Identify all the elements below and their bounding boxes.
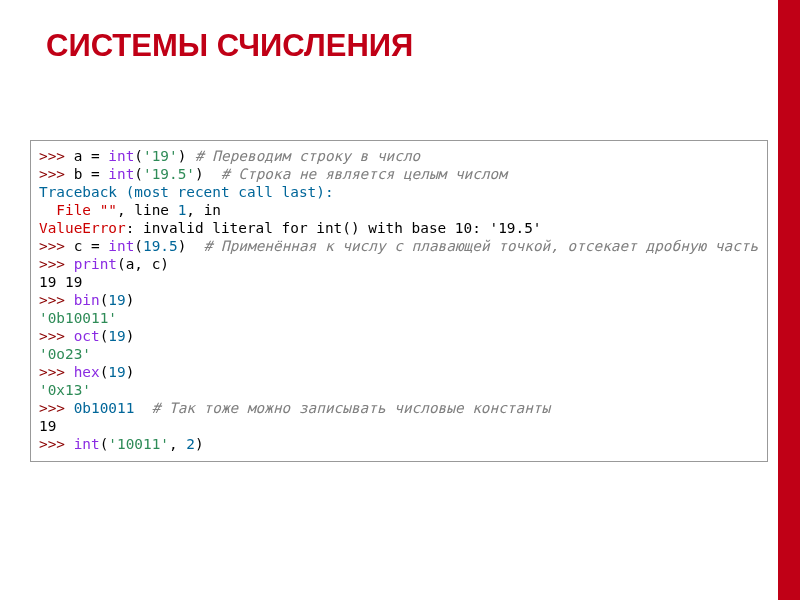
- traceback-lineno: 1: [178, 202, 187, 218]
- comment: # Так тоже можно записывать числовые кон…: [152, 400, 551, 416]
- paren: (: [134, 148, 143, 164]
- comment: # Применённая к числу с плавающей точкой…: [204, 238, 759, 254]
- traceback-file: File "": [39, 202, 117, 218]
- code-block: >>> a = int('19') # Переводим строку в ч…: [30, 140, 768, 462]
- prompt: >>>: [39, 148, 74, 164]
- traceback-line: , line: [117, 202, 178, 218]
- sep: ,: [134, 256, 151, 272]
- paren: ): [178, 238, 204, 254]
- slide: СИСТЕМЫ СЧИСЛЕНИЯ >>> a = int('19') # Пе…: [0, 0, 800, 600]
- comment: # Переводим строку в число: [195, 148, 420, 164]
- fn: int: [108, 148, 134, 164]
- fn: oct: [74, 328, 100, 344]
- number-lit: 0b10011: [74, 400, 135, 416]
- sp: [134, 400, 151, 416]
- number-lit: 19: [108, 292, 125, 308]
- fn: print: [74, 256, 117, 272]
- paren: ): [160, 256, 169, 272]
- output: 19: [39, 418, 56, 434]
- fn: int: [74, 436, 100, 452]
- paren: ): [178, 148, 195, 164]
- comment: # Строка не является целым числом: [221, 166, 507, 182]
- fn: int: [108, 166, 134, 182]
- output: '0x13': [39, 382, 91, 398]
- error-msg: : invalid literal for int() with base 10…: [126, 220, 542, 236]
- prompt: >>>: [39, 400, 74, 416]
- paren: (: [134, 238, 143, 254]
- op: =: [82, 238, 108, 254]
- error-name: ValueError: [39, 220, 126, 236]
- prompt: >>>: [39, 364, 74, 380]
- prompt: >>>: [39, 328, 74, 344]
- number-lit: 19.5: [143, 238, 178, 254]
- paren: ): [195, 436, 204, 452]
- prompt: >>>: [39, 238, 74, 254]
- prompt: >>>: [39, 292, 74, 308]
- number-lit: 19: [108, 328, 125, 344]
- sep: ,: [169, 436, 186, 452]
- number-lit: 2: [186, 436, 195, 452]
- string-lit: '19.5': [143, 166, 195, 182]
- paren: ): [195, 166, 221, 182]
- number-lit: 19: [108, 364, 125, 380]
- string-lit: '19': [143, 148, 178, 164]
- paren: ): [126, 292, 135, 308]
- traceback-in: , in: [186, 202, 221, 218]
- accent-sidebar: [778, 0, 800, 600]
- paren: (: [134, 166, 143, 182]
- op: =: [82, 148, 108, 164]
- paren: (: [117, 256, 126, 272]
- slide-title: СИСТЕМЫ СЧИСЛЕНИЯ: [0, 0, 800, 64]
- prompt: >>>: [39, 436, 74, 452]
- paren: ): [126, 364, 135, 380]
- string-lit: '10011': [108, 436, 169, 452]
- op: =: [82, 166, 108, 182]
- fn: int: [108, 238, 134, 254]
- prompt: >>>: [39, 166, 74, 182]
- output: '0o23': [39, 346, 91, 362]
- output: '0b10011': [39, 310, 117, 326]
- paren: ): [126, 328, 135, 344]
- traceback-header: Traceback (most recent call last):: [39, 184, 334, 200]
- prompt: >>>: [39, 256, 74, 272]
- fn: bin: [74, 292, 100, 308]
- output: 19 19: [39, 274, 82, 290]
- fn: hex: [74, 364, 100, 380]
